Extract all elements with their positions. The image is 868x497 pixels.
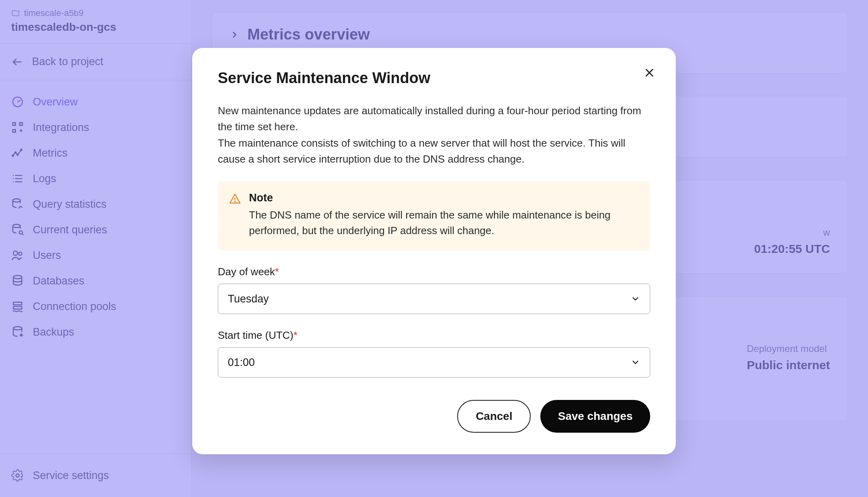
note-text: The DNS name of the service will remain … — [249, 207, 639, 239]
svg-point-29 — [235, 201, 235, 202]
day-label: Day of week* — [218, 266, 650, 278]
close-button[interactable] — [644, 67, 655, 80]
note-title: Note — [249, 192, 639, 204]
day-of-week-field: Day of week* Tuesday — [218, 266, 650, 314]
modal-overlay[interactable]: Service Maintenance Window New maintenan… — [0, 0, 868, 497]
modal-p1: New maintenance updates are automaticall… — [218, 103, 650, 135]
day-of-week-select[interactable]: Tuesday — [218, 284, 650, 314]
required-marker: * — [275, 266, 279, 278]
modal-description: New maintenance updates are automaticall… — [218, 103, 650, 167]
start-time-field: Start time (UTC)* 01:00 — [218, 329, 650, 378]
cancel-button[interactable]: Cancel — [457, 400, 531, 433]
modal-actions: Cancel Save changes — [218, 400, 650, 433]
chevron-down-icon — [631, 358, 640, 367]
chevron-down-icon — [631, 294, 640, 304]
modal-title: Service Maintenance Window — [218, 70, 650, 87]
required-marker: * — [293, 329, 297, 341]
modal-p2: The maintenance consists of switching to… — [218, 135, 650, 167]
maintenance-window-modal: Service Maintenance Window New maintenan… — [192, 48, 676, 454]
warning-icon — [229, 193, 241, 205]
close-icon — [644, 67, 655, 78]
start-time-select[interactable]: 01:00 — [218, 347, 650, 378]
save-changes-button[interactable]: Save changes — [540, 400, 650, 433]
note-box: Note The DNS name of the service will re… — [218, 181, 650, 250]
day-value: Tuesday — [228, 293, 269, 305]
time-value: 01:00 — [228, 356, 255, 369]
time-label: Start time (UTC)* — [218, 329, 650, 342]
